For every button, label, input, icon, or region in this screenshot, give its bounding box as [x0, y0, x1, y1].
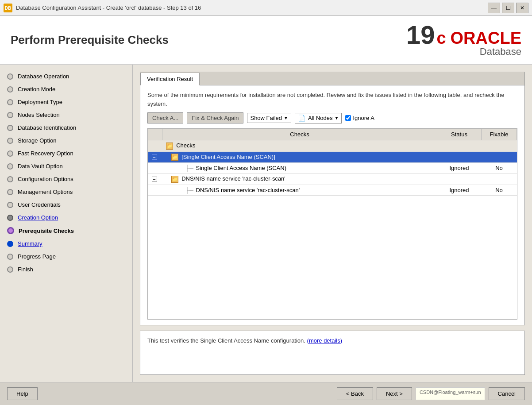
- sidebar-dot: [7, 254, 13, 260]
- page-title: Perform Prerequisite Checks: [11, 33, 169, 47]
- fix-check-button[interactable]: Fix & Check Again: [187, 112, 243, 123]
- main-panel: Verification Result Some of the minimum …: [133, 65, 532, 382]
- sidebar-dot: [7, 189, 13, 195]
- dropdown-arrow-icon: ▼: [284, 116, 288, 120]
- show-failed-dropdown[interactable]: Show Failed ▼: [247, 113, 291, 123]
- sidebar-dot: [7, 176, 13, 182]
- col-header-status: Status: [437, 129, 482, 140]
- help-button[interactable]: Help: [7, 387, 38, 400]
- sidebar-item-summary[interactable]: Summary: [0, 237, 132, 250]
- col-header-checks: Checks: [162, 129, 437, 140]
- group-label: Checks: [176, 142, 195, 149]
- info-text: Some of the minimum requirements for ins…: [147, 91, 517, 108]
- sidebar-item-configuration-options: Configuration Options: [0, 173, 132, 185]
- ignore-checkbox-label[interactable]: Ignore A: [345, 115, 374, 121]
- oracle-logo: 19c ORACLE Database: [406, 22, 521, 58]
- sidebar: Database Operation Creation Mode Deploym…: [0, 65, 133, 382]
- sidebar-item-nodes-selection: Nodes Selection: [0, 108, 132, 121]
- sidebar-item-management-options: Management Options: [0, 185, 132, 198]
- next-button[interactable]: Next >: [377, 387, 412, 400]
- sidebar-item-creation-mode: Creation Mode: [0, 83, 132, 96]
- sidebar-dot: [7, 99, 13, 105]
- tree-line: ├─: [185, 187, 193, 193]
- table-row[interactable]: ├─ Single Client Access Name (SCAN) Igno…: [148, 163, 517, 174]
- logo-c: c: [436, 30, 446, 46]
- sidebar-item-fast-recovery: Fast Recovery Option: [0, 147, 132, 160]
- tree-line: ├─: [185, 165, 193, 171]
- sidebar-dot: [7, 202, 13, 208]
- checks-table: Checks Status Fixable 📁: [148, 128, 517, 196]
- toolbar-row: Check A... Fix & Check Again Show Failed…: [147, 112, 517, 123]
- checks-table-wrapper: Checks Status Fixable 📁: [147, 128, 517, 320]
- csdn-watermark: CSDN@Floating_warm+sun: [416, 387, 485, 400]
- all-nodes-dropdown[interactable]: 📄 All Nodes ▼: [295, 113, 342, 123]
- footer: Help < Back Next > CSDN@Floating_warm+su…: [0, 382, 532, 405]
- maximize-button[interactable]: ☐: [502, 3, 514, 13]
- logo-database: Database: [480, 46, 521, 58]
- sidebar-item-finish: Finish: [0, 263, 132, 276]
- sidebar-dot: [7, 150, 13, 157]
- app-icon: DB: [4, 4, 12, 12]
- content-area: Database Operation Creation Mode Deploym…: [0, 65, 532, 382]
- sidebar-dot: [7, 266, 13, 273]
- sidebar-dot: [7, 163, 13, 170]
- detail-text: This test verifies the Single Client Acc…: [147, 337, 305, 344]
- table-row: 📁 Checks: [148, 140, 517, 152]
- scan-label: [Single Client Access Name (SCAN)]: [181, 154, 275, 160]
- sidebar-dot-current: [7, 227, 14, 234]
- window-controls[interactable]: — ☐ ✕: [488, 3, 528, 13]
- logo-19: 19: [406, 22, 435, 48]
- ignore-checkbox[interactable]: [345, 115, 351, 121]
- dns-label: DNS/NIS name service 'rac-cluster-scan': [181, 175, 285, 182]
- sidebar-item-creation-option[interactable]: Creation Option: [0, 211, 132, 224]
- sidebar-dot: [7, 138, 13, 144]
- sidebar-item-database-identification: Database Identification: [0, 121, 132, 134]
- main-window: Perform Prerequisite Checks 19c ORACLE D…: [0, 16, 532, 405]
- col-header-indicator: [148, 129, 162, 140]
- close-button[interactable]: ✕: [516, 3, 528, 13]
- footer-right: < Back Next > CSDN@Floating_warm+sun Can…: [337, 387, 525, 400]
- svg-text:DB: DB: [5, 6, 11, 11]
- tab-panel: Verification Result Some of the minimum …: [140, 72, 525, 325]
- scan-child-label: Single Client Access Name (SCAN): [196, 165, 286, 171]
- table-row[interactable]: − 📁 [Single Client Access Name (SCAN)]: [148, 151, 517, 163]
- tab-header: Verification Result: [140, 72, 524, 85]
- window-title: Database Configuration Assistant - Creat…: [16, 4, 201, 11]
- sidebar-item-deployment-type: Deployment Type: [0, 96, 132, 108]
- tab-verification-result[interactable]: Verification Result: [140, 73, 200, 85]
- sidebar-item-database-operation: Database Operation: [0, 70, 132, 83]
- table-row[interactable]: ├─ DNS/NIS name service 'rac-cluster-sca…: [148, 185, 517, 195]
- sidebar-item-data-vault: Data Vault Option: [0, 160, 132, 173]
- check-folder-icon2: 📁: [171, 176, 178, 183]
- tab-content: Some of the minimum requirements for ins…: [140, 85, 524, 325]
- sidebar-item-progress-page: Progress Page: [0, 250, 132, 263]
- folder-icon: 📁: [166, 143, 173, 150]
- check-all-button[interactable]: Check A...: [147, 112, 183, 123]
- sidebar-item-prerequisite-checks: Prerequisite Checks: [0, 224, 132, 237]
- col-header-fixable: Fixable: [482, 129, 517, 140]
- collapse-icon[interactable]: −: [152, 177, 157, 182]
- sidebar-item-storage-option: Storage Option: [0, 134, 132, 147]
- header: Perform Prerequisite Checks 19c ORACLE D…: [0, 16, 532, 65]
- sidebar-dot: [7, 125, 13, 131]
- sidebar-dot-active: [7, 215, 13, 221]
- sidebar-item-user-credentials: User Credentials: [0, 198, 132, 211]
- detail-panel: This test verifies the Single Client Acc…: [140, 331, 525, 375]
- back-button[interactable]: < Back: [337, 387, 373, 400]
- cancel-button[interactable]: Cancel: [489, 387, 525, 400]
- sidebar-dot: [7, 73, 13, 80]
- nodes-icon: 📄: [298, 115, 305, 122]
- title-bar: DB Database Configuration Assistant - Cr…: [0, 0, 532, 16]
- minimize-button[interactable]: —: [488, 3, 500, 13]
- logo-oracle: ORACLE: [451, 30, 521, 46]
- sidebar-dot: [7, 112, 13, 118]
- dns-child-label: DNS/NIS name service 'rac-cluster-scan': [196, 187, 300, 193]
- table-row[interactable]: − 📁 DNS/NIS name service 'rac-cluster-sc…: [148, 174, 517, 185]
- sidebar-dot-summary: [7, 241, 13, 247]
- collapse-icon[interactable]: −: [152, 154, 157, 160]
- check-folder-icon: 📁: [171, 154, 178, 161]
- dropdown-arrow-icon: ▼: [335, 116, 339, 120]
- more-details-link[interactable]: (more details): [307, 337, 342, 344]
- sidebar-dot: [7, 86, 13, 93]
